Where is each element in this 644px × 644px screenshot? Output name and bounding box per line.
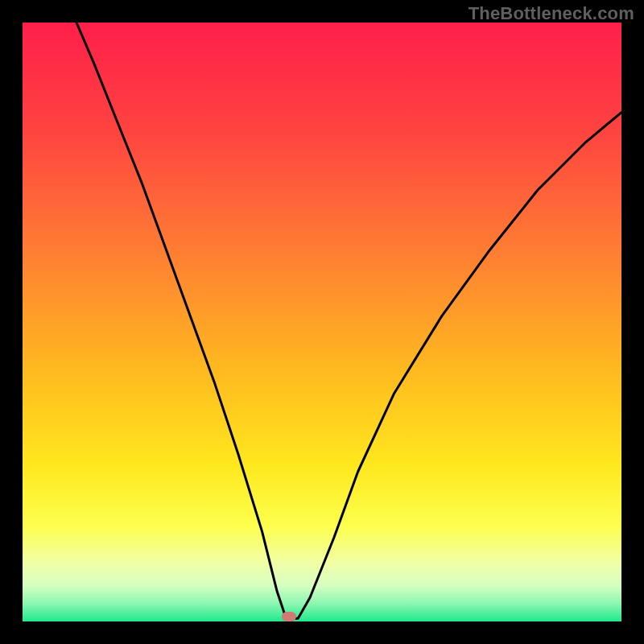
plot-svg bbox=[23, 23, 621, 621]
chart-frame: TheBottleneck.com bbox=[0, 0, 644, 644]
plot-area bbox=[23, 23, 621, 621]
optimal-point-marker bbox=[282, 612, 296, 621]
watermark-text: TheBottleneck.com bbox=[469, 3, 634, 24]
